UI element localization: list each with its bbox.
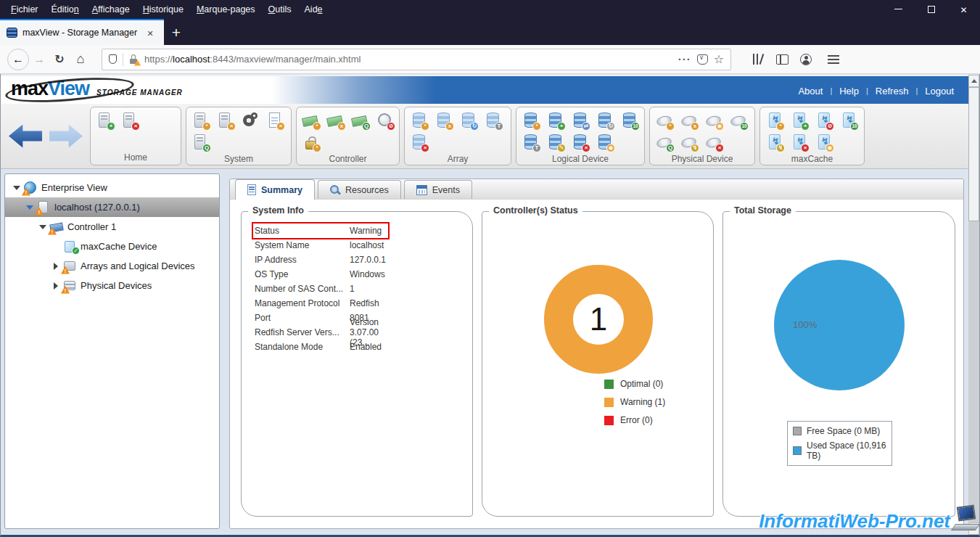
caret-right-icon[interactable] xyxy=(50,263,62,270)
physical-locate-icon[interactable]: ↯ xyxy=(680,134,698,152)
enterprise-tree-panel: !Enterprise View!localhost (127.0.0.1)!C… xyxy=(4,173,220,529)
app-menu-icon[interactable] xyxy=(828,55,839,64)
bookmark-star-icon[interactable] xyxy=(714,52,724,66)
tab-close-button[interactable] xyxy=(143,26,157,39)
library-icon[interactable] xyxy=(753,54,765,65)
tree-item-arrays-and-logical-devices[interactable]: !Arrays and Logical Devices xyxy=(5,256,219,276)
logical-sync-icon[interactable]: ↻ xyxy=(596,112,614,130)
server-delete-icon[interactable]: × xyxy=(121,112,139,130)
menu-marque-pages[interactable]: Marque-pages xyxy=(190,1,262,17)
controller-security-icon[interactable]: * xyxy=(302,134,320,152)
tab-summary[interactable]: Summary xyxy=(235,179,315,200)
tree-item-controller-1[interactable]: !Controller 1 xyxy=(5,217,219,237)
minimize-button[interactable] xyxy=(882,0,915,18)
back-button[interactable] xyxy=(7,49,29,70)
array-tasks-icon[interactable]: x xyxy=(435,112,453,130)
scrollbar-thumb[interactable] xyxy=(968,87,979,221)
system-gears-icon[interactable] xyxy=(242,112,259,130)
tree-item-enterprise-view[interactable]: !Enterprise View xyxy=(5,178,219,197)
pocket-icon[interactable] xyxy=(697,54,708,65)
logical-edit-icon[interactable]: ✎ xyxy=(547,134,564,152)
tab-events[interactable]: Events xyxy=(404,180,472,199)
ribbon-forward-icon[interactable] xyxy=(49,125,83,148)
caret-down-icon[interactable] xyxy=(11,186,22,190)
url-text[interactable]: https://localhost:8443/maxview/manager/m… xyxy=(144,54,672,65)
maxcache-power-icon[interactable]: ◉ xyxy=(815,134,833,152)
system-search-icon[interactable]: Q xyxy=(192,134,210,152)
logical-power-icon[interactable]: ◉ xyxy=(596,134,614,152)
maximize-button[interactable] xyxy=(915,0,947,18)
browser-tab[interactable]: maxView - Storage Manager xyxy=(0,19,164,45)
menu-affichage[interactable]: Affichage xyxy=(86,1,136,17)
menu-historique[interactable]: Historique xyxy=(136,1,190,17)
physical-power-icon[interactable]: ◉ xyxy=(705,112,722,130)
header-links: About Help Refresh Logout xyxy=(795,76,957,105)
ribbon-nav xyxy=(4,106,88,166)
caret-down-icon[interactable] xyxy=(24,205,36,210)
tree-item-label: localhost (127.0.0.1) xyxy=(54,202,140,213)
maxcache-binary-icon[interactable]: 10 xyxy=(840,112,857,130)
sidebar-toggle-icon[interactable] xyxy=(776,54,788,65)
array-rebuild-icon[interactable]: ↻ xyxy=(460,112,477,130)
physical-delete-icon[interactable]: × xyxy=(705,134,722,152)
logical-delete-icon[interactable]: × xyxy=(572,134,589,152)
alarm-silence-icon[interactable]: ⊘ xyxy=(376,112,394,130)
insecure-lock-icon[interactable] xyxy=(129,54,139,65)
logout-link[interactable]: Logout xyxy=(922,84,957,98)
system-cancel-icon[interactable]: × xyxy=(217,112,234,130)
watermark-text: InformatiWeb-Pro.net xyxy=(759,510,950,533)
caret-down-icon[interactable] xyxy=(37,225,49,229)
array-tools-icon[interactable]: T xyxy=(485,112,502,130)
system-settings-icon[interactable]: * xyxy=(192,112,210,130)
maxcache-create-icon[interactable]: + xyxy=(791,112,808,130)
new-tab-button[interactable] xyxy=(164,20,189,45)
server-add-icon[interactable]: + xyxy=(96,112,114,130)
account-icon[interactable] xyxy=(800,54,812,65)
physical-settings-icon[interactable]: * xyxy=(656,112,673,130)
maxcache-disable-icon[interactable]: ⊘ xyxy=(815,112,833,130)
menu-fichier[interactable]: Fichier xyxy=(4,1,45,17)
tree-item-maxcache-device[interactable]: ✓maxCache Device xyxy=(5,237,219,256)
menu-outils[interactable]: Outils xyxy=(262,1,298,17)
array-settings-icon[interactable]: * xyxy=(411,112,428,130)
about-link[interactable]: About xyxy=(795,84,825,98)
page-actions-icon[interactable] xyxy=(678,53,691,66)
tracking-shield-icon[interactable] xyxy=(109,54,117,64)
ribbon-group-system: *××QSystem xyxy=(186,107,292,165)
array-delete-icon[interactable]: × xyxy=(411,134,428,152)
refresh-link[interactable]: Refresh xyxy=(873,84,912,98)
logical-binary-icon[interactable]: 10 xyxy=(621,112,638,130)
home-button[interactable] xyxy=(70,52,91,67)
logical-settings-icon[interactable]: * xyxy=(522,112,540,130)
logical-move-icon[interactable]: ⇄ xyxy=(572,112,589,130)
scrollbar-up-button[interactable] xyxy=(968,75,979,87)
controller-tasks-icon[interactable]: x xyxy=(327,112,345,130)
physical-scan-icon[interactable]: Q xyxy=(656,134,673,152)
log-cancel-icon[interactable]: × xyxy=(266,112,284,130)
menu-edition[interactable]: Édition xyxy=(45,1,86,17)
gear-badge-icon: * xyxy=(532,122,541,131)
forward-button[interactable] xyxy=(29,53,49,66)
tree-item-physical-devices[interactable]: !Physical Devices xyxy=(5,276,219,295)
logical-tools-icon[interactable]: T xyxy=(522,134,540,152)
physical-binary-icon[interactable]: 10 xyxy=(730,112,747,130)
tab-resources[interactable]: Resources xyxy=(318,180,401,199)
maxcache-locate-icon[interactable]: ↯ xyxy=(766,134,783,152)
ribbon-back-icon[interactable] xyxy=(9,125,42,148)
close-button[interactable] xyxy=(947,0,980,18)
physical-tasks-icon[interactable]: x xyxy=(680,112,698,130)
logo-tagline: STORAGE MANAGER xyxy=(96,89,183,97)
menu-aide[interactable]: Aide xyxy=(298,1,329,17)
controller-settings-icon[interactable]: * xyxy=(302,112,320,130)
controller-scan-icon[interactable]: Q xyxy=(352,112,369,130)
reload-button[interactable] xyxy=(49,52,70,66)
system-info-legend: System Info xyxy=(248,205,308,216)
controller-status-fieldset: Controller(s) Status 1 Optimal (0)Warnin… xyxy=(482,211,714,517)
help-link[interactable]: Help xyxy=(836,84,862,98)
caret-right-icon[interactable] xyxy=(50,282,62,290)
maxcache-delete-icon[interactable]: × xyxy=(791,134,808,152)
url-bar[interactable]: https://localhost:8443/maxview/manager/m… xyxy=(102,49,731,70)
logical-create-icon[interactable]: + xyxy=(547,112,564,130)
tree-item-localhost-127-0-0-1[interactable]: !localhost (127.0.0.1) xyxy=(5,197,219,217)
maxcache-settings-icon[interactable]: * xyxy=(766,112,783,130)
